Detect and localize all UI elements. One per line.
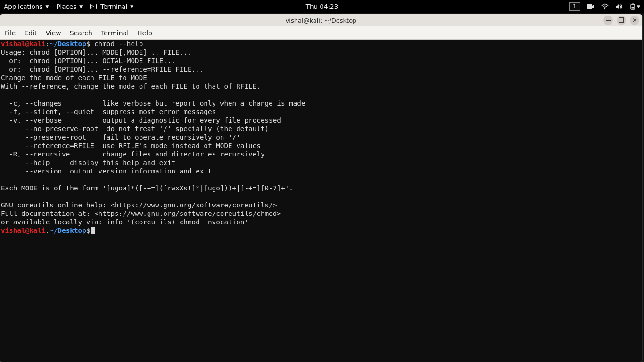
maximize-button[interactable] <box>617 16 626 25</box>
prompt-sep: : <box>46 227 50 234</box>
active-app-label: Terminal <box>100 3 127 10</box>
menu-terminal[interactable]: Terminal <box>101 29 129 37</box>
desktop: vishal@kali: ~/Desktop ✕ File Edit View … <box>0 13 644 362</box>
terminal-icon <box>90 4 97 9</box>
terminal-viewport[interactable]: vishal@kali:~/Desktop$ chmod --help Usag… <box>0 40 642 362</box>
places-label: Places <box>56 3 76 10</box>
applications-menu[interactable]: Applications ▼ <box>4 3 49 10</box>
wifi-icon[interactable] <box>601 3 609 10</box>
prompt-sigil: $ <box>86 227 91 234</box>
battery-icon[interactable]: ▼ <box>629 3 640 10</box>
svg-rect-3 <box>632 3 634 4</box>
close-button[interactable]: ✕ <box>630 16 639 25</box>
svg-point-1 <box>604 8 605 9</box>
window-title: vishal@kali: ~/Desktop <box>286 17 357 24</box>
clock-label: Thu 04:23 <box>306 3 339 10</box>
chevron-down-icon: ▼ <box>79 4 83 9</box>
menu-help[interactable]: Help <box>137 29 152 37</box>
chevron-down-icon: ▼ <box>45 4 49 9</box>
workspace-indicator[interactable]: 1 <box>569 2 580 11</box>
menu-view[interactable]: View <box>46 29 61 37</box>
prompt-path: Desktop <box>58 40 86 48</box>
volume-icon[interactable] <box>615 3 623 10</box>
command-text: chmod --help <box>90 40 143 48</box>
prompt-sep: : <box>46 40 50 48</box>
svg-rect-0 <box>587 4 592 9</box>
app-menubar: File Edit View Search Terminal Help <box>0 26 642 40</box>
prompt-tilde: ~/ <box>50 227 58 234</box>
active-app-menu[interactable]: Terminal ▼ <box>90 3 133 10</box>
terminal-window: vishal@kali: ~/Desktop ✕ File Edit View … <box>0 14 642 362</box>
minimize-button[interactable] <box>603 16 613 25</box>
gnome-top-bar: Applications ▼ Places ▼ Terminal ▼ Thu 0… <box>0 0 644 13</box>
prompt-userhost: vishal@kali <box>1 40 46 48</box>
menu-file[interactable]: File <box>5 29 16 37</box>
workspace-number: 1 <box>573 3 577 10</box>
menu-search[interactable]: Search <box>70 29 92 37</box>
command-output: Usage: chmod [OPTION]... MODE[,MODE]... … <box>1 49 305 226</box>
prompt-path: Desktop <box>58 227 86 234</box>
places-menu[interactable]: Places ▼ <box>56 3 83 10</box>
camera-icon[interactable] <box>587 3 594 10</box>
chevron-down-icon: ▼ <box>637 4 640 9</box>
prompt-userhost: vishal@kali <box>1 227 46 234</box>
menu-edit[interactable]: Edit <box>24 29 37 37</box>
applications-label: Applications <box>4 3 42 10</box>
window-titlebar[interactable]: vishal@kali: ~/Desktop ✕ <box>0 14 642 26</box>
clock[interactable]: Thu 04:23 <box>306 3 339 10</box>
chevron-down-icon: ▼ <box>130 4 133 9</box>
prompt-tilde: ~/ <box>50 40 58 48</box>
svg-rect-4 <box>632 7 634 9</box>
cursor <box>91 227 95 234</box>
